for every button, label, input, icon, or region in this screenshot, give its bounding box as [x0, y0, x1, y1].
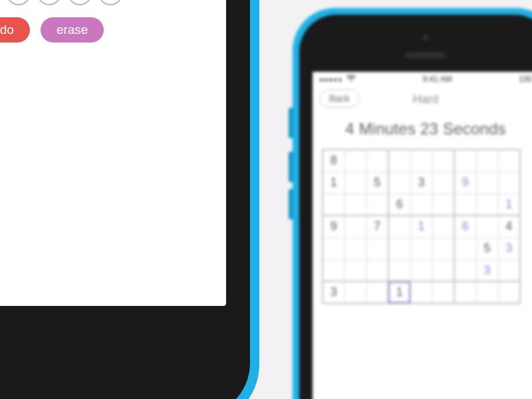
cell[interactable]	[344, 237, 366, 259]
sensor-icon	[422, 35, 429, 41]
cell[interactable]	[454, 237, 476, 259]
cell[interactable]	[432, 259, 454, 281]
cell[interactable]	[344, 215, 366, 237]
cell[interactable]	[410, 150, 432, 172]
cell[interactable]: 4	[498, 215, 520, 237]
cell[interactable]	[344, 172, 366, 194]
action-row: undo redo erase	[0, 17, 104, 43]
erase-button[interactable]: erase	[41, 17, 104, 43]
cell[interactable]: 1	[388, 281, 410, 303]
cell[interactable]: 3	[323, 281, 344, 303]
cell[interactable]	[498, 281, 520, 303]
cell[interactable]	[498, 150, 520, 172]
cell[interactable]	[323, 194, 344, 215]
cell[interactable]	[432, 172, 454, 194]
cell[interactable]	[344, 150, 366, 172]
cell[interactable]	[432, 281, 454, 303]
cell[interactable]: 9	[323, 215, 344, 237]
cell[interactable]: 6	[454, 215, 476, 237]
cell[interactable]	[432, 215, 454, 237]
cell[interactable]	[366, 194, 388, 215]
cell[interactable]	[388, 259, 410, 281]
numkey-6[interactable]: 6	[7, 0, 31, 5]
cell[interactable]	[454, 150, 476, 172]
cell[interactable]	[498, 172, 520, 194]
cell[interactable]	[432, 150, 454, 172]
cell[interactable]	[498, 259, 520, 281]
cell[interactable]: 9	[454, 172, 476, 194]
cell[interactable]	[388, 237, 410, 259]
cell[interactable]	[366, 237, 388, 259]
cell[interactable]	[366, 259, 388, 281]
cell[interactable]	[476, 215, 498, 237]
cell[interactable]	[454, 259, 476, 281]
cell[interactable]: 8	[323, 150, 344, 172]
signal-icon: ●●●●●	[319, 76, 342, 83]
phone-right: ●●●●● 9:41 AM 100 Back Hard 4 Minutes 23…	[293, 8, 532, 399]
cell[interactable]: 3	[498, 237, 520, 259]
sudoku-board[interactable]: 81539619716453331	[322, 149, 521, 304]
clock-label: 9:41 AM	[423, 74, 452, 84]
cell[interactable]	[323, 237, 344, 259]
cell[interactable]	[344, 281, 366, 303]
cell[interactable]: 5	[366, 172, 388, 194]
cell[interactable]	[410, 259, 432, 281]
mute-switch-icon	[289, 108, 293, 138]
numkey-9[interactable]: 9	[98, 0, 122, 5]
cell[interactable]: 1	[410, 215, 432, 237]
volume-down-icon	[289, 189, 293, 219]
cell[interactable]	[432, 194, 454, 215]
difficulty-label: Hard	[412, 92, 438, 106]
cell[interactable]	[388, 172, 410, 194]
numkey-7[interactable]: 7	[37, 0, 61, 5]
cell[interactable]	[454, 281, 476, 303]
phone-right-screen: ●●●●● 9:41 AM 100 Back Hard 4 Minutes 23…	[313, 72, 532, 399]
number-pad: 23456789	[0, 0, 122, 5]
cell[interactable]	[344, 194, 366, 215]
numkey-8[interactable]: 8	[68, 0, 92, 5]
cell[interactable]	[410, 281, 432, 303]
timer-label: 4 Minutes 23 Seconds	[313, 120, 532, 138]
cell[interactable]: 7	[366, 215, 388, 237]
back-button[interactable]: Back	[319, 89, 360, 108]
redo-button[interactable]: redo	[0, 17, 30, 43]
cell[interactable]	[388, 150, 410, 172]
cell[interactable]: 3	[410, 172, 432, 194]
cell[interactable]: 3	[476, 259, 498, 281]
volume-up-icon	[289, 152, 293, 182]
status-bar: ●●●●● 9:41 AM 100	[313, 72, 532, 86]
cell[interactable]	[344, 259, 366, 281]
cell[interactable]: 6	[388, 194, 410, 215]
speaker-icon	[404, 51, 447, 59]
cell[interactable]	[476, 150, 498, 172]
cell[interactable]	[410, 237, 432, 259]
cell[interactable]	[366, 150, 388, 172]
cell[interactable]	[410, 194, 432, 215]
battery-label: 100	[519, 74, 532, 84]
cell[interactable]: 5	[476, 237, 498, 259]
cell[interactable]: 1	[498, 194, 520, 215]
cell[interactable]	[454, 194, 476, 215]
cell[interactable]	[388, 215, 410, 237]
cell[interactable]	[476, 172, 498, 194]
wifi-icon	[346, 74, 356, 84]
cell[interactable]	[323, 259, 344, 281]
cell[interactable]	[476, 281, 498, 303]
cell[interactable]	[432, 237, 454, 259]
cell[interactable]	[366, 281, 388, 303]
cell[interactable]: 1	[323, 172, 344, 194]
screen-header: Back Hard	[313, 86, 532, 112]
phone-left-screen: 71641454919748546915956266231 23456789 u…	[0, 0, 226, 306]
cell[interactable]	[476, 194, 498, 215]
